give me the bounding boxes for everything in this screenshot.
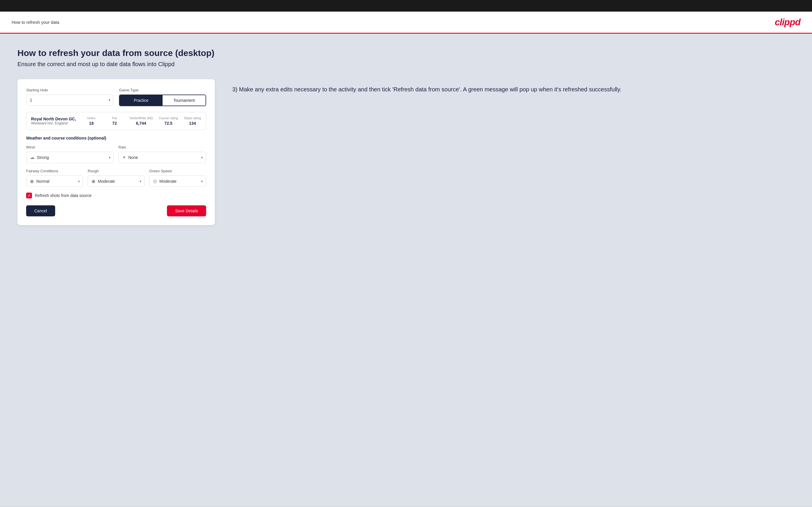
slope-rating-stat: Slope rating 134 (184, 116, 201, 126)
par-label: Par (106, 116, 123, 120)
logo: clippd (775, 17, 800, 27)
par-value: 72 (106, 121, 123, 126)
starting-hole-select[interactable]: 1 10 (26, 95, 113, 106)
wind-select[interactable]: ☁ Strong ▾ (26, 152, 114, 163)
rough-value: Moderate (98, 179, 134, 184)
slope-rating-label: Slope rating (184, 116, 201, 120)
wind-select-wrapper: ☁ Strong ▾ (26, 152, 114, 163)
fairway-chevron-icon: ▾ (78, 179, 80, 183)
rough-select-wrapper: ◉ Moderate ▾ (88, 175, 145, 187)
game-type-group: Game Type Practice Tournament (119, 88, 206, 106)
yards-value: 6,744 (129, 121, 153, 126)
form-card: Starting Hole 1 10 ▾ Game Type Practice … (17, 79, 215, 225)
rough-select[interactable]: ◉ Moderate ▾ (88, 175, 145, 187)
fairway-label: Fairway Conditions (26, 169, 83, 173)
course-location: Westward Ho!, England (31, 121, 77, 125)
footer: Copyright Clippd 2022 (0, 506, 812, 507)
slope-rating-value: 134 (184, 121, 201, 126)
fairway-select-wrapper: ◉ Normal ▾ (26, 175, 83, 187)
green-speed-select-wrapper: ◎ Moderate ▾ (149, 175, 206, 187)
refresh-checkbox-row: ✓ Refresh shots from data source (26, 192, 206, 199)
rough-group: Rough ◉ Moderate ▾ (88, 169, 145, 187)
green-speed-select[interactable]: ◎ Moderate ▾ (149, 175, 206, 187)
rain-select-wrapper: ✦ None ▾ (118, 152, 206, 163)
header-title: How to refresh your data (12, 20, 59, 25)
wind-value: Strong (37, 155, 103, 160)
practice-button[interactable]: Practice (119, 95, 163, 106)
cancel-button[interactable]: Cancel (26, 205, 55, 216)
starting-hole-group: Starting Hole 1 10 ▾ (26, 88, 113, 106)
course-name: Royal North Devon GC, (31, 117, 77, 121)
game-type-label: Game Type (119, 88, 206, 92)
starting-hole-label: Starting Hole (26, 88, 113, 92)
course-info-box: Royal North Devon GC, Westward Ho!, Engl… (26, 112, 206, 130)
wind-label: Wind (26, 145, 114, 149)
rough-chevron-icon: ▾ (140, 179, 141, 183)
rough-icon: ◉ (92, 178, 96, 184)
content-area: Starting Hole 1 10 ▾ Game Type Practice … (17, 79, 795, 225)
rain-group: Rain ✦ None ▾ (118, 145, 206, 163)
conditions-row-1: Wind ☁ Strong ▾ Rain ✦ None (26, 145, 206, 163)
rain-icon: ✦ (122, 155, 126, 160)
wind-group: Wind ☁ Strong ▾ (26, 145, 114, 163)
rain-value: None (128, 155, 196, 160)
yards-stat: Yards/White (M)) 6,744 (129, 116, 153, 126)
tournament-button[interactable]: Tournament (163, 95, 206, 106)
refresh-label: Refresh shots from data source (35, 193, 92, 198)
holes-value: 18 (83, 121, 100, 126)
course-rating-stat: Course rating 72.5 (159, 116, 178, 126)
green-speed-icon: ◎ (153, 178, 157, 184)
game-type-toggle: Practice Tournament (119, 95, 206, 106)
description-panel: 3) Make any extra edits necessary to the… (232, 79, 795, 94)
green-speed-group: Green Speed ◎ Moderate ▾ (149, 169, 206, 187)
rain-chevron-icon: ▾ (201, 156, 203, 159)
green-speed-value: Moderate (159, 179, 196, 184)
holes-label: Holes (83, 116, 100, 120)
green-speed-label: Green Speed (149, 169, 206, 173)
course-name-col: Royal North Devon GC, Westward Ho!, Engl… (31, 117, 77, 125)
yards-label: Yards/White (M)) (129, 116, 153, 120)
course-rating-value: 72.5 (159, 121, 178, 126)
refresh-checkbox[interactable]: ✓ (26, 192, 32, 199)
fairway-select[interactable]: ◉ Normal ▾ (26, 175, 83, 187)
par-stat: Par 72 (106, 116, 123, 126)
green-speed-chevron-icon: ▾ (201, 179, 203, 183)
rough-label: Rough (88, 169, 145, 173)
wind-chevron-icon: ▾ (109, 156, 111, 159)
fairway-icon: ◉ (30, 178, 34, 184)
save-button[interactable]: Save Details (167, 205, 206, 216)
course-rating-label: Course rating (159, 116, 178, 120)
page-subheading: Ensure the correct and most up to date d… (17, 61, 795, 68)
wind-icon: ☁ (30, 155, 35, 160)
starting-hole-wrapper: 1 10 ▾ (26, 95, 113, 106)
holes-stat: Holes 18 (83, 116, 100, 126)
rain-label: Rain (118, 145, 206, 149)
check-icon: ✓ (28, 193, 31, 198)
page-heading: How to refresh your data from source (de… (17, 48, 795, 58)
top-bar (0, 0, 812, 12)
main-content: How to refresh your data from source (de… (0, 34, 812, 506)
rain-select[interactable]: ✦ None ▾ (118, 152, 206, 163)
fairway-group: Fairway Conditions ◉ Normal ▾ (26, 169, 83, 187)
conditions-row-2: Fairway Conditions ◉ Normal ▾ Rough ◉ (26, 169, 206, 187)
conditions-title: Weather and course conditions (optional) (26, 136, 206, 140)
form-actions: Cancel Save Details (26, 205, 206, 216)
description-text: 3) Make any extra edits necessary to the… (232, 85, 795, 94)
top-form-row: Starting Hole 1 10 ▾ Game Type Practice … (26, 88, 206, 106)
header: How to refresh your data clippd (0, 12, 812, 34)
fairway-value: Normal (36, 179, 72, 184)
